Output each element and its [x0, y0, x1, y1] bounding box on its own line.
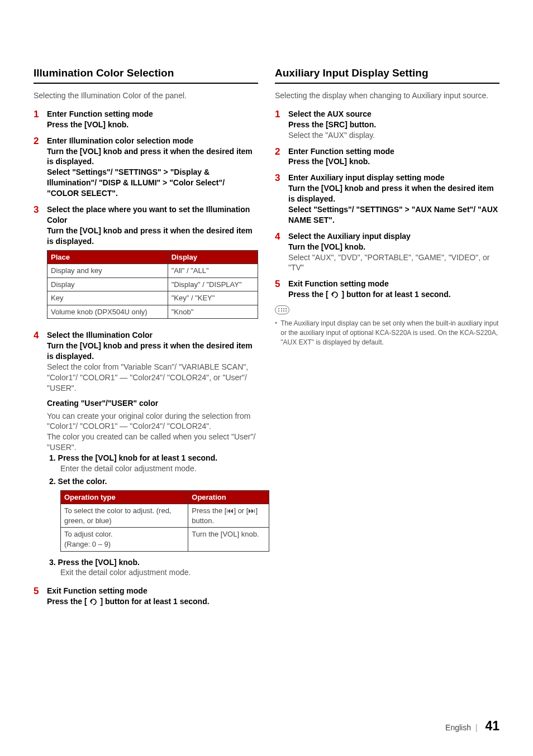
step-line: Exit Function setting mode — [288, 279, 499, 289]
table-row: Display "Display" / "DISPLAY" — [47, 277, 258, 291]
step-line: Select "Settings"/ "SETTINGS" > "AUX Nam… — [288, 204, 499, 226]
substep-num: 2. — [49, 477, 56, 486]
table-header-row: Place Display — [47, 250, 258, 264]
place-display-table: Place Display Display and key "All" / "A… — [47, 250, 258, 319]
table-header: Display — [168, 250, 258, 264]
back-icon — [89, 599, 98, 605]
page-number: 41 — [485, 719, 499, 733]
note-bullet: • The Auxiliary input display can be set… — [275, 319, 499, 347]
step-line: Select the "AUX" display. — [288, 130, 499, 141]
operation-table: Operation type Operation To select the c… — [60, 490, 269, 552]
step-line: Press the [ ] button for at least 1 seco… — [47, 596, 258, 607]
step-line: Turn the [VOL] knob and press it when th… — [47, 341, 258, 362]
table-cell: Display — [47, 277, 168, 291]
substep-bold: Set the color. — [58, 477, 107, 486]
step-body: Enter Function setting mode Press the [V… — [47, 109, 258, 130]
step: 1 Select the AUX source Press the [SRC] … — [275, 109, 499, 141]
step-line: Select the color from "Variable Scan"/ "… — [47, 362, 258, 394]
section-title-left: Illumination Color Selection — [34, 67, 258, 84]
step-number: 3 — [34, 204, 42, 216]
step-line: Turn the [VOL] knob. — [288, 242, 499, 252]
step-body: Enter Auxiliary input display setting mo… — [288, 173, 499, 225]
table-cell: To select the color to adjust. (red, gre… — [61, 504, 188, 528]
table-cell: Display and key — [47, 264, 168, 278]
step-rest-text: ] button for at least 1 second. — [100, 597, 209, 606]
step-line: Select the Illumination Color — [47, 330, 258, 341]
step-press-text: Press the [ — [288, 290, 329, 299]
table-cell: Volume knob (DPX504U only) — [47, 305, 168, 319]
table-cell: "Knob" — [168, 305, 258, 319]
step-body: Select the place where you want to set t… — [47, 204, 258, 324]
right-column: Auxiliary Input Display Setting Selectin… — [275, 67, 499, 613]
table-row: Key "Key" / "KEY" — [47, 291, 258, 305]
step: 3 Enter Auxiliary input display setting … — [275, 173, 499, 225]
substep-body: Exit the detail color adjustment mode. — [60, 567, 258, 578]
note-icon-wrapper — [275, 305, 499, 317]
step-line: Select "Settings"/ "SETTINGS" > "Display… — [47, 167, 258, 199]
table-row: To adjust color. (Range: 0 – 9) Turn the… — [61, 528, 269, 551]
step: 4 Select the Auxiliary input display Tur… — [275, 231, 499, 274]
step-body: Exit Function setting mode Press the [ ]… — [47, 586, 258, 607]
table-row: Volume knob (DPX504U only) "Knob" — [47, 305, 258, 319]
note-icon — [275, 305, 289, 314]
table-row: Display and key "All" / "ALL" — [47, 264, 258, 278]
substep: 1. Press the [VOL] knob for at least 1 s… — [49, 453, 258, 474]
sub-body: The color you created can be called when… — [47, 432, 258, 453]
step-line: Enter Auxiliary input display setting mo… — [288, 173, 499, 183]
table-header: Place — [47, 250, 168, 264]
step-line: Turn the [VOL] knob and press it when th… — [47, 146, 258, 168]
step-number: 2 — [34, 136, 42, 147]
step-body: Enter Function setting mode Press the [V… — [288, 146, 499, 168]
page-columns: Illumination Color Selection Selecting t… — [34, 67, 499, 613]
step: 4 Select the Illumination Color Turn the… — [34, 330, 258, 580]
step-body: Select the Illumination Color Turn the [… — [47, 330, 258, 580]
step-body: Select the AUX source Press the [SRC] bu… — [288, 109, 499, 141]
footer-lang: English — [445, 723, 471, 732]
step-line: Press the [VOL] knob. — [47, 119, 258, 130]
substep-bold: Press the [VOL] knob for at least 1 seco… — [58, 453, 218, 462]
substep-body: Enter the detail color adjustment mode. — [60, 463, 258, 474]
table-header-row: Operation type Operation — [61, 490, 269, 504]
step-line: Enter Function setting mode — [288, 146, 499, 157]
step-line: Turn the [VOL] knob and press it when th… — [47, 226, 258, 247]
step-number: 4 — [34, 330, 42, 341]
step-body: Select the Auxiliary input display Turn … — [288, 231, 499, 274]
table-cell: Press the [⏮] or [⏭] button. — [188, 504, 269, 528]
step-rest-text: ] button for at least 1 second. — [341, 290, 450, 299]
step-line: Select the AUX source — [288, 109, 499, 119]
back-icon — [330, 291, 339, 298]
step-line: Enter Illumination color selection mode — [47, 136, 258, 146]
step-body: Enter Illumination color selection mode … — [47, 136, 258, 199]
step-number: 2 — [275, 146, 284, 157]
step-line: Select the Auxiliary input display — [288, 231, 499, 242]
step-number: 1 — [34, 109, 42, 120]
table-cell: "All" / "ALL" — [168, 264, 258, 278]
step-line: Enter Function setting mode — [47, 109, 258, 119]
step-line: Press the [ ] button for at least 1 seco… — [288, 289, 499, 300]
step: 1 Enter Function setting mode Press the … — [34, 109, 258, 130]
table-cell: To adjust color. (Range: 0 – 9) — [61, 528, 188, 551]
step-number: 5 — [34, 586, 42, 597]
table-cell: "Display" / "DISPLAY" — [168, 277, 258, 291]
table-cell: Turn the [VOL] knob. — [188, 528, 269, 551]
footer-divider: | — [475, 723, 478, 732]
step-press-text: Press the [ — [47, 597, 87, 606]
step-line: Press the [VOL] knob. — [288, 156, 499, 167]
step: 5 Exit Function setting mode Press the [… — [34, 586, 258, 607]
step-number: 4 — [275, 231, 284, 242]
step: 2 Enter Illumination color selection mod… — [34, 136, 258, 199]
section-title-right: Auxiliary Input Display Setting — [275, 67, 499, 84]
step-line: Select "AUX", "DVD", "PORTABLE", "GAME",… — [288, 252, 499, 274]
step: 5 Exit Function setting mode Press the [… — [275, 279, 499, 300]
right-intro: Selecting the display when changing to A… — [275, 90, 499, 101]
substep: 3. Press the [VOL] knob. Exit the detail… — [49, 557, 258, 578]
substep-num: 3. — [49, 558, 56, 567]
table-row: To select the color to adjust. (red, gre… — [61, 504, 269, 528]
substep-bold: Press the [VOL] knob. — [58, 558, 140, 567]
substep-num: 1. — [49, 453, 56, 462]
sub-body: You can create your original color durin… — [47, 411, 258, 432]
table-cell: Key — [47, 291, 168, 305]
left-column: Illumination Color Selection Selecting t… — [34, 67, 258, 613]
step-line: Turn the [VOL] knob and press it when th… — [288, 183, 499, 204]
step: 3 Select the place where you want to set… — [34, 204, 258, 324]
